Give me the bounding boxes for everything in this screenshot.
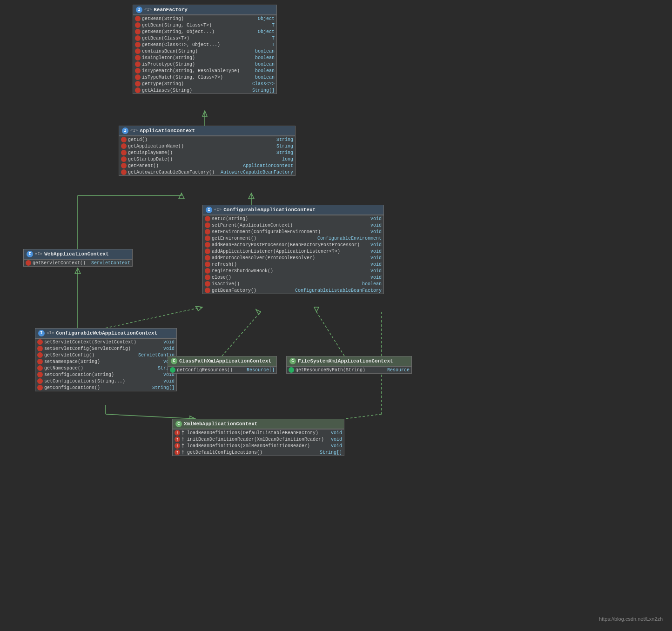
method-name: getId() bbox=[128, 137, 271, 142]
method-icon bbox=[121, 163, 127, 168]
uml-methods: getBean(String)ObjectgetBean(String, Cla… bbox=[133, 15, 276, 94]
method-icon bbox=[135, 81, 141, 87]
method-return: Resource bbox=[387, 368, 410, 373]
method-icon bbox=[205, 262, 210, 267]
method-return: String bbox=[276, 144, 293, 149]
method-return: void bbox=[370, 223, 382, 228]
method-icon bbox=[205, 288, 210, 293]
interface-icon: I bbox=[27, 251, 33, 257]
uml-box-configurableapplicationcontext: I«I»ConfigurableApplicationContextsetId(… bbox=[202, 205, 384, 294]
interface-icon: I bbox=[206, 207, 212, 213]
method-name: isTypeMatch(String, Class<?>) bbox=[142, 75, 250, 80]
uml-method: getParent()ApplicationContext bbox=[119, 162, 295, 169]
method-return: boolean bbox=[255, 62, 275, 67]
method-name: addProtocolResolver(ProtocolResolver) bbox=[212, 255, 365, 261]
class-icon: C bbox=[289, 358, 296, 364]
method-name: † initBeanDefinitionReader(XmlBeanDefini… bbox=[181, 437, 326, 442]
uml-header-beanfactory: I«I»BeanFactory bbox=[133, 5, 276, 15]
method-icon bbox=[37, 378, 43, 384]
uml-method: registerShutdownHook()void bbox=[203, 268, 383, 274]
method-icon bbox=[205, 248, 210, 254]
uml-header-webapplicationcontext: I«I»WebApplicationContext bbox=[24, 249, 132, 259]
uml-method: isSingleton(String)boolean bbox=[133, 54, 276, 61]
uml-method: getBean(Class<T>, Object...)T bbox=[133, 41, 276, 48]
uml-method: addApplicationListener(ApplicationListen… bbox=[203, 248, 383, 255]
method-icon bbox=[135, 68, 141, 74]
method-return: boolean bbox=[362, 282, 382, 287]
method-icon bbox=[37, 346, 43, 351]
header-stereotype: «I» bbox=[130, 128, 138, 133]
method-name: isActive() bbox=[212, 282, 357, 287]
method-return: String[] bbox=[252, 88, 275, 93]
uml-method: getAliases(String)String[] bbox=[133, 87, 276, 94]
uml-method: setEnvironment(ConfigurableEnvironment)v… bbox=[203, 228, 383, 235]
uml-method: refresh()void bbox=[203, 261, 383, 268]
uml-header-classpathxmlapplicationcontext: CClassPathXmlApplicationContext bbox=[168, 356, 276, 366]
header-stereotype: «I» bbox=[144, 7, 152, 12]
uml-header-applicationcontext: I«I»ApplicationContext bbox=[119, 126, 295, 136]
svg-line-14 bbox=[316, 312, 344, 356]
method-name: getNamespace() bbox=[44, 366, 153, 371]
method-name: setServletConfig(ServletConfig) bbox=[44, 346, 158, 351]
uml-header-configurablewebapplicationcontext: I«I»ConfigurableWebApplicationContext bbox=[35, 329, 176, 338]
uml-method: setServletContext(ServletContext)void bbox=[35, 339, 176, 345]
uml-header-filesystemxmlapplicationcontext: CFileSystemXmlApplicationContext bbox=[287, 356, 411, 366]
uml-method: isTypeMatch(String, Class<?>)boolean bbox=[133, 74, 276, 81]
uml-method: †† getDefaultConfigLocations()String[] bbox=[173, 449, 344, 456]
header-name: XmlWebApplicationContext bbox=[184, 421, 257, 427]
method-name: setServletContext(ServletContext) bbox=[44, 340, 158, 345]
uml-box-classpathxmlapplicationcontext: CClassPathXmlApplicationContextgetConfig… bbox=[168, 356, 277, 374]
method-return: ServletContext bbox=[91, 261, 130, 266]
method-name: isSingleton(String) bbox=[142, 55, 250, 60]
method-name: isTypeMatch(String, ResolvableType) bbox=[142, 68, 250, 74]
method-name: setNamespace(String) bbox=[44, 359, 158, 364]
header-stereotype: «I» bbox=[47, 331, 54, 336]
method-name: getEnvironment() bbox=[212, 236, 312, 241]
method-name: getApplicationName() bbox=[128, 144, 271, 149]
uml-method: getBeanFactory()ConfigurableListableBean… bbox=[203, 287, 383, 294]
uml-header-xmlwebapplicationcontext: CXmlWebApplicationContext bbox=[173, 419, 344, 429]
uml-method: close()void bbox=[203, 274, 383, 281]
header-name: ApplicationContext bbox=[140, 128, 195, 134]
uml-method: getType(String)Class<?> bbox=[133, 81, 276, 87]
method-return: void bbox=[163, 379, 175, 384]
method-return: void bbox=[163, 340, 175, 345]
method-icon: † bbox=[175, 450, 180, 455]
svg-line-17 bbox=[344, 414, 382, 419]
method-return: boolean bbox=[255, 55, 275, 60]
method-return: String[] bbox=[320, 450, 342, 455]
uml-method: setConfigLocations(String...)void bbox=[35, 378, 176, 384]
svg-marker-7 bbox=[179, 193, 184, 199]
header-name: WebApplicationContext bbox=[44, 251, 109, 257]
method-icon bbox=[205, 222, 210, 228]
uml-box-configurablewebapplicationcontext: I«I»ConfigurableWebApplicationContextset… bbox=[35, 328, 177, 391]
uml-method: isActive()boolean bbox=[203, 281, 383, 287]
uml-method: getApplicationName()String bbox=[119, 143, 295, 149]
method-icon bbox=[121, 169, 127, 175]
uml-method: †† loadBeanDefinitions(XmlBeanDefinition… bbox=[173, 443, 344, 449]
header-name: FileSystemXmlApplicationContext bbox=[298, 358, 393, 364]
uml-method: setParent(ApplicationContext)void bbox=[203, 222, 383, 228]
svg-marker-1 bbox=[202, 111, 207, 116]
method-name: getStartupDate() bbox=[128, 157, 277, 162]
class-icon: C bbox=[171, 358, 177, 364]
method-return: void bbox=[370, 262, 382, 267]
uml-methods: getId()StringgetApplicationName()Stringg… bbox=[119, 136, 295, 175]
uml-method: getEnvironment()ConfigurableEnvironment bbox=[203, 235, 383, 242]
svg-marker-9 bbox=[75, 268, 81, 274]
header-stereotype: «I» bbox=[214, 208, 222, 212]
header-name: ClassPathXmlApplicationContext bbox=[179, 358, 271, 364]
uml-header-configurableapplicationcontext: I«I»ConfigurableApplicationContext bbox=[203, 205, 383, 215]
method-icon bbox=[135, 74, 141, 80]
uml-box-webapplicationcontext: I«I»WebApplicationContextgetServletConte… bbox=[23, 249, 133, 267]
method-icon bbox=[205, 281, 210, 287]
uml-method: getBean(String, Object...)Object bbox=[133, 28, 276, 35]
method-name: setConfigLocations(String...) bbox=[44, 379, 158, 384]
method-name: getResourceByPath(String) bbox=[296, 368, 382, 373]
method-return: void bbox=[331, 430, 342, 436]
method-return: void bbox=[370, 242, 382, 248]
uml-method: setId(String)void bbox=[203, 215, 383, 222]
method-name: setId(String) bbox=[212, 216, 365, 222]
method-return: void bbox=[163, 346, 175, 351]
method-return: long bbox=[282, 157, 293, 162]
